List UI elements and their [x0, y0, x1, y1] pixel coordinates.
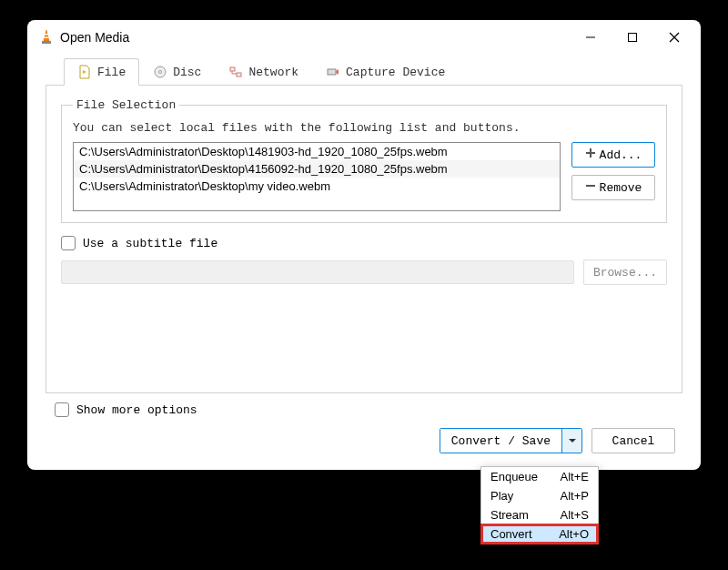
network-icon [228, 65, 243, 79]
menu-item-shortcut: Alt+P [561, 489, 589, 503]
menu-item-shortcut: Alt+S [561, 508, 589, 522]
svg-rect-2 [42, 41, 51, 44]
tab-label: Disc [173, 66, 201, 79]
menu-item-shortcut: Alt+E [561, 470, 589, 483]
convert-save-dropdown-arrow[interactable] [561, 429, 581, 453]
show-more-row: Show more options [55, 402, 673, 417]
browse-button[interactable]: Browse... [583, 260, 667, 285]
disc-icon [153, 65, 167, 79]
capture-icon [326, 65, 340, 79]
tab-label: Network [248, 66, 298, 79]
add-label: Add... [600, 148, 642, 162]
svg-rect-1 [44, 37, 48, 38]
tab-label: Capture Device [346, 66, 445, 79]
list-item[interactable]: C:\Users\Administrator\Desktop\1481903-h… [74, 143, 560, 160]
remove-label: Remove [600, 181, 642, 195]
window-title: Open Media [55, 30, 570, 45]
chevron-down-icon [568, 434, 577, 448]
minimize-button[interactable] [570, 24, 612, 51]
tab-file[interactable]: File [64, 58, 139, 86]
add-button[interactable]: Add... [571, 142, 655, 168]
svg-rect-4 [629, 34, 637, 42]
list-item[interactable]: C:\Users\Administrator\Desktop\4156092-h… [74, 160, 560, 178]
cancel-button[interactable]: Cancel [592, 428, 675, 453]
svg-rect-11 [328, 69, 336, 75]
subtitle-checkbox-row: Use a subtitle file [61, 236, 667, 250]
menu-item-enqueue[interactable]: Enqueue Alt+E [481, 467, 598, 486]
menu-item-shortcut: Alt+O [559, 527, 589, 541]
menu-item-label: Play [490, 489, 513, 503]
show-more-label: Show more options [76, 403, 197, 417]
file-icon [77, 65, 92, 79]
remove-button[interactable]: Remove [571, 175, 655, 200]
svg-rect-0 [45, 34, 48, 35]
file-listbox[interactable]: C:\Users\Administrator\Desktop\1481903-h… [73, 142, 561, 211]
cancel-label: Cancel [612, 434, 655, 448]
subtitle-checkbox[interactable] [61, 236, 76, 250]
menu-item-label: Stream [490, 508, 529, 522]
minus-icon [585, 180, 596, 195]
tab-disc[interactable]: Disc [139, 58, 215, 85]
tab-network[interactable]: Network [215, 58, 312, 85]
list-item[interactable]: C:\Users\Administrator\Desktop\my video.… [74, 178, 560, 195]
maximize-button[interactable] [612, 24, 653, 51]
menu-item-play[interactable]: Play Alt+P [481, 486, 598, 505]
browse-label: Browse... [593, 266, 657, 280]
svg-point-8 [159, 71, 162, 74]
svg-rect-10 [237, 73, 241, 76]
subtitle-path-row: Browse... [61, 260, 667, 285]
vlc-cone-icon [38, 29, 55, 46]
open-media-dialog: Open Media File Disc Network [27, 20, 701, 470]
dialog-footer: Convert / Save Cancel [27, 428, 701, 470]
tab-label: File [97, 66, 126, 79]
tab-capture[interactable]: Capture Device [312, 58, 459, 85]
menu-item-label: Enqueue [490, 470, 538, 483]
file-selection-legend: File Selection [73, 98, 179, 112]
menu-item-label: Convert [490, 527, 532, 541]
close-button[interactable] [653, 24, 695, 51]
menu-item-stream[interactable]: Stream Alt+S [481, 505, 598, 524]
file-selection-description: You can select local files with the foll… [73, 121, 655, 135]
titlebar: Open Media [27, 20, 701, 55]
convert-save-label: Convert / Save [451, 434, 551, 448]
subtitle-path-field [61, 260, 574, 284]
file-selection-group: File Selection You can select local file… [61, 98, 667, 223]
convert-save-splitbutton: Convert / Save [440, 428, 582, 453]
subtitle-checkbox-label: Use a subtitle file [83, 237, 217, 250]
menu-item-convert[interactable]: Convert Alt+O [481, 524, 598, 544]
tab-content: File Selection You can select local file… [46, 86, 682, 393]
tabs: File Disc Network Capture Device [46, 55, 682, 86]
convert-save-button[interactable]: Convert / Save [440, 429, 561, 453]
plus-icon [585, 148, 596, 162]
show-more-checkbox[interactable] [55, 402, 69, 417]
convert-save-menu: Enqueue Alt+E Play Alt+P Stream Alt+S Co… [480, 466, 599, 545]
svg-rect-9 [230, 67, 235, 71]
